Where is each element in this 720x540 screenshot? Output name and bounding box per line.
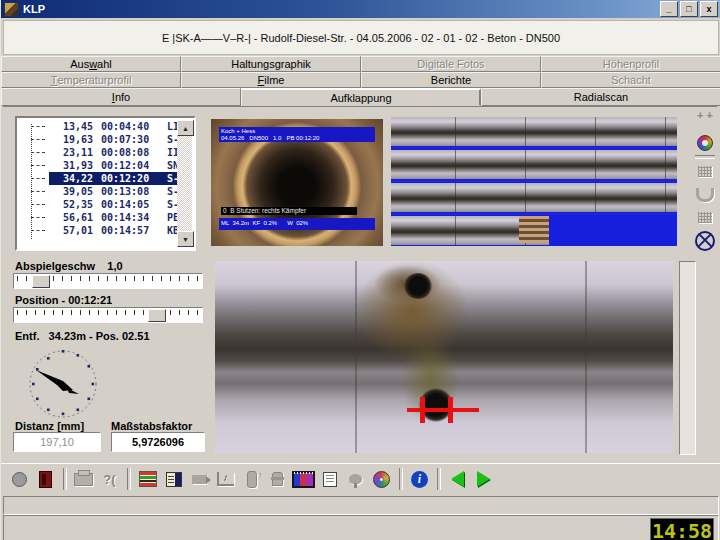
color-rotate-icon[interactable] — [694, 131, 716, 154]
video-caption: 0 B Stutzen: rechts Kämpfer — [221, 207, 357, 215]
crosshair-marker — [420, 397, 425, 423]
pipe-connection-top — [403, 273, 433, 299]
position-slider[interactable] — [13, 307, 203, 323]
camera-icon — [187, 467, 212, 492]
tab-aufklappung[interactable]: Aufklappung — [241, 88, 481, 106]
minimize-button[interactable]: _ — [660, 1, 678, 17]
list-item[interactable]: 56,6100:14:34PE — [19, 211, 177, 224]
digital-clock: 14:58 — [650, 518, 714, 540]
report-icon[interactable] — [317, 467, 342, 492]
distanz-input[interactable] — [13, 432, 101, 452]
slider-ticks — [17, 310, 199, 315]
status-bar-1 — [3, 496, 719, 515]
info-icon[interactable]: i — [407, 467, 432, 492]
tab-row-2: Temperaturprofil Filme Berichte Schacht — [1, 72, 720, 88]
tab-digitale-fotos: Digitale Fotos — [361, 56, 541, 72]
list-scrollbar[interactable]: ▲ ▼ — [177, 120, 192, 247]
gauge-icon — [239, 467, 264, 492]
scan-toolbar: + + — [693, 108, 717, 252]
pipe-video-frame[interactable]: Koch + Hess 04.05.26 DN500 1.0 PB 00:12:… — [211, 119, 383, 246]
help-icon: ?( — [97, 467, 122, 492]
klp-application-window: KLP _ □ x E |SK-A——V–R-| - Rudolf-Diesel… — [0, 0, 720, 540]
scan-separator — [391, 180, 677, 182]
scroll-up-icon[interactable]: ▲ — [177, 120, 194, 136]
tab-temperaturprofil: Temperaturprofil — [1, 72, 181, 88]
speed-slider-thumb[interactable] — [32, 275, 50, 288]
distanz-label: Distanz [mm] — [15, 420, 84, 432]
position-slider-thumb[interactable] — [148, 309, 166, 322]
toolbar-divider — [63, 468, 67, 490]
speed-label: Abspielgeschw 1,0 — [15, 260, 123, 272]
list-item[interactable]: 31,9300:12:04SNKI — [19, 159, 177, 172]
window-title: KLP — [23, 3, 658, 15]
cd-icon[interactable] — [369, 467, 394, 492]
crosshair-marker — [407, 408, 479, 412]
image-side-strip — [679, 261, 696, 455]
scan-strip — [391, 117, 677, 146]
list-item[interactable]: 57,0100:14:57KB — [19, 224, 177, 237]
list-item[interactable]: 39,0500:13:08S--R — [19, 185, 177, 198]
scroll-down-icon[interactable]: ▼ — [177, 231, 194, 247]
graph-icon — [213, 467, 238, 492]
exit-door-icon[interactable] — [33, 467, 58, 492]
net-stamp-icon — [694, 160, 716, 183]
tab-auswahl[interactable]: Auswahl — [1, 56, 181, 72]
position-label: Position - 00:12:21 — [15, 294, 112, 306]
tree-icon — [343, 467, 368, 492]
tab-radialscan[interactable]: Radialscan — [481, 88, 720, 106]
tab-schacht: Schacht — [541, 72, 720, 88]
tab-berichte[interactable]: Berichte — [361, 72, 541, 88]
close-button[interactable]: x — [700, 1, 718, 17]
tab-hoehenprofil: Höhenprofil — [541, 56, 720, 72]
crosshair-marker — [448, 397, 453, 423]
unfolded-pipe-image[interactable] — [215, 261, 673, 453]
record-icon — [7, 467, 32, 492]
scan-strip — [391, 183, 677, 212]
scan-strip — [391, 150, 677, 179]
film-note-icon[interactable] — [161, 467, 186, 492]
event-list[interactable]: 13,4500:04:40LI 19,6300:07:30S--L 23,110… — [15, 116, 196, 251]
crosshair-add-icon[interactable]: + + — [694, 108, 716, 131]
magnet-icon — [694, 183, 716, 206]
status-bar-2: 14:58 — [3, 515, 719, 540]
speed-slider[interactable] — [13, 273, 203, 289]
list-item[interactable]: 52,3500:14:05S--B — [19, 198, 177, 211]
toolbar-divider — [127, 468, 131, 490]
main-toolbar: ?( i — [1, 463, 720, 494]
section-header: E |SK-A——V–R-| - Rudolf-Diesel-Str. - 04… — [3, 20, 719, 55]
list-item[interactable]: 23,1100:08:08II — [19, 146, 177, 159]
tab-filme[interactable]: Filme — [181, 72, 361, 88]
net-stamp-2-icon — [694, 206, 716, 229]
previous-icon[interactable] — [445, 467, 470, 492]
event-list-rows: 13,4500:04:40LI 19,6300:07:30S--L 23,110… — [19, 120, 177, 247]
position-needle — [36, 370, 73, 391]
event-list-icon[interactable] — [135, 467, 160, 492]
tab-row-3: Info Aufklappung Radialscan — [1, 88, 720, 106]
filmstrip-icon[interactable] — [291, 467, 316, 492]
print-icon — [71, 467, 96, 492]
inspection-title: E |SK-A——V–R-| - Rudolf-Diesel-Str. - 04… — [162, 32, 560, 44]
hide-scan-icon[interactable] — [694, 229, 716, 252]
next-icon[interactable] — [471, 467, 496, 492]
pipe-scan-panel[interactable] — [391, 117, 677, 246]
hydrant-icon — [265, 467, 290, 492]
tab-info[interactable]: Info — [1, 88, 241, 106]
scale-factor-input[interactable] — [111, 432, 205, 452]
video-overlay-top: Koch + Hess 04.05.26 DN500 1.0 PB 00:12:… — [219, 127, 375, 142]
tab-haltungsgraphik[interactable]: Haltungsgraphik — [181, 56, 361, 72]
list-item[interactable]: 19,6300:07:30S--L — [19, 133, 177, 146]
scan-end-marker — [519, 216, 549, 243]
video-status-bar: ML 34.2m KF 0.2% W 02% — [219, 218, 375, 230]
title-bar[interactable]: KLP _ □ x — [1, 0, 720, 18]
list-item-selected[interactable]: 34,2200:12:20S--R — [19, 172, 177, 185]
scale-label: Maßstabsfaktor — [111, 420, 192, 432]
entf-label: Entf. 34.23m - Pos. 02.51 — [15, 330, 150, 342]
tab-row-1: Auswahl Haltungsgraphik Digitale Fotos H… — [1, 56, 720, 72]
maximize-button[interactable]: □ — [680, 1, 698, 17]
scan-separator — [391, 213, 677, 215]
speed-value: 1,0 — [107, 260, 122, 272]
toolbar-divider — [437, 468, 441, 490]
scan-separator — [391, 147, 677, 149]
list-item[interactable]: 13,4500:04:40LI — [19, 120, 177, 133]
clock-position-dial — [23, 344, 103, 424]
